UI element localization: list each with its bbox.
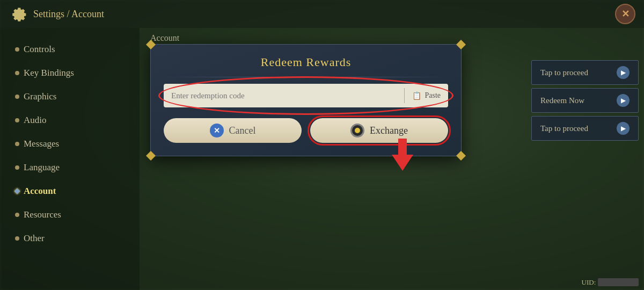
bullet-audio xyxy=(15,118,19,122)
exchange-label: Exchange xyxy=(370,125,408,136)
gear-icon xyxy=(9,4,28,24)
sidebar-item-account[interactable]: Account xyxy=(5,180,134,202)
sidebar-item-key-bindings[interactable]: Key Bindings xyxy=(5,62,134,84)
bullet-resources xyxy=(15,213,19,217)
sidebar-item-graphics[interactable]: Graphics xyxy=(5,86,134,107)
cancel-label: Cancel xyxy=(229,125,256,136)
modal-backdrop: Redeem Rewards 📋 Paste xyxy=(140,28,644,290)
cancel-x-icon: ✕ xyxy=(214,126,220,135)
top-bar: Settings / Account ✕ xyxy=(0,0,644,28)
exchange-button[interactable]: Exchange xyxy=(310,118,448,143)
sidebar-label-other: Other xyxy=(24,233,45,244)
code-area: 📋 Paste xyxy=(164,84,448,107)
top-bar-left: Settings / Account xyxy=(9,4,104,24)
corner-tl xyxy=(146,40,156,49)
sidebar-item-messages[interactable]: Messages xyxy=(5,133,134,155)
paste-label: Paste xyxy=(425,91,441,100)
sidebar-label-language: Language xyxy=(24,162,60,173)
settings-panel: Settings / Account ✕ Controls Key Bindin… xyxy=(0,0,644,290)
main-content: Controls Key Bindings Graphics Audio Mes… xyxy=(0,28,644,290)
sidebar-label-audio: Audio xyxy=(24,115,47,126)
bullet-messages xyxy=(15,142,19,146)
svg-marker-0 xyxy=(392,139,413,171)
modal-title: Redeem Rewards xyxy=(164,55,448,69)
sidebar-item-audio[interactable]: Audio xyxy=(5,110,134,131)
bullet-controls xyxy=(15,47,19,52)
redemption-code-input[interactable] xyxy=(164,91,404,100)
redeem-modal: Redeem Rewards 📋 Paste xyxy=(150,44,462,156)
sidebar-item-resources[interactable]: Resources xyxy=(5,204,134,226)
sidebar: Controls Key Bindings Graphics Audio Mes… xyxy=(0,28,140,290)
bullet-key-bindings xyxy=(15,71,19,75)
bullet-account xyxy=(14,188,20,194)
sidebar-label-account: Account xyxy=(24,186,56,197)
exchange-icon xyxy=(350,124,364,137)
corner-tr xyxy=(456,40,466,49)
paste-icon: 📋 xyxy=(412,91,421,100)
sidebar-label-controls: Controls xyxy=(24,44,55,55)
bullet-graphics xyxy=(15,95,19,99)
breadcrumb: Settings / Account xyxy=(33,9,104,20)
red-arrow-annotation xyxy=(386,139,419,171)
sidebar-label-resources: Resources xyxy=(24,209,61,220)
buttons-row: ✕ Cancel Exchange xyxy=(164,118,448,143)
sidebar-item-language[interactable]: Language xyxy=(5,157,134,178)
sidebar-item-other[interactable]: Other xyxy=(5,228,134,249)
cancel-button[interactable]: ✕ Cancel xyxy=(164,118,302,143)
code-input-row: 📋 Paste xyxy=(164,84,448,107)
sidebar-item-controls[interactable]: Controls xyxy=(5,39,134,60)
right-panel: Account Redeem Rewards xyxy=(140,28,644,290)
bullet-language xyxy=(15,165,19,170)
paste-button[interactable]: 📋 Paste xyxy=(405,91,448,100)
sidebar-label-key-bindings: Key Bindings xyxy=(24,68,74,78)
corner-br xyxy=(456,151,466,161)
exchange-icon-inner xyxy=(355,128,360,133)
modal-divider-top xyxy=(164,77,448,77)
cancel-icon: ✕ xyxy=(210,124,224,137)
bullet-other xyxy=(15,236,19,241)
close-button[interactable]: ✕ xyxy=(615,4,635,24)
corner-bl xyxy=(146,151,156,161)
sidebar-label-graphics: Graphics xyxy=(24,91,56,102)
sidebar-label-messages: Messages xyxy=(24,139,59,149)
